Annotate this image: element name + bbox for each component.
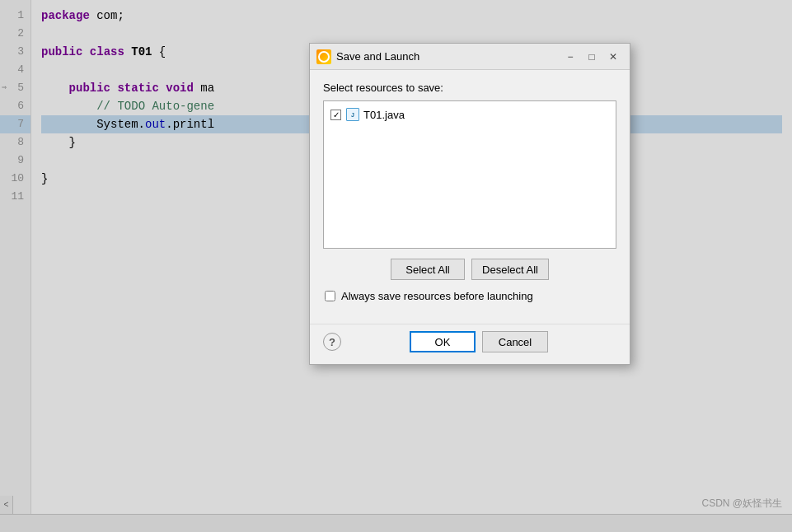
dialog-title: Save and Launch xyxy=(336,50,559,63)
minimize-button[interactable]: − xyxy=(560,49,580,65)
close-button[interactable]: ✕ xyxy=(603,49,623,65)
save-launch-dialog: Save and Launch − □ ✕ Select resources t… xyxy=(309,43,630,365)
select-buttons-row: Select All Deselect All xyxy=(323,259,616,280)
footer-actions: OK Cancel xyxy=(341,331,616,352)
always-save-row: Always save resources before launching xyxy=(323,290,616,302)
select-resources-label: Select resources to save: xyxy=(323,82,616,94)
always-save-label: Always save resources before launching xyxy=(341,290,533,302)
ok-button[interactable]: OK xyxy=(410,331,476,352)
dialog-body: Select resources to save: J T01.java Sel… xyxy=(310,70,630,324)
cancel-button[interactable]: Cancel xyxy=(482,331,548,352)
resource-item-t01[interactable]: J T01.java xyxy=(327,105,612,124)
select-all-button[interactable]: Select All xyxy=(391,259,465,280)
dialog-titlebar: Save and Launch − □ ✕ xyxy=(310,44,630,70)
java-file-icon: J xyxy=(346,108,359,121)
always-save-checkbox[interactable] xyxy=(325,291,335,301)
resource-checkbox-t01[interactable] xyxy=(330,110,341,120)
dialog-footer: ? OK Cancel xyxy=(310,324,630,364)
deselect-all-button[interactable]: Deselect All xyxy=(471,259,549,280)
resources-list[interactable]: J T01.java xyxy=(323,100,616,249)
maximize-button[interactable]: □ xyxy=(582,49,602,65)
help-button[interactable]: ? xyxy=(323,333,341,351)
dialog-app-icon xyxy=(316,49,331,64)
resource-name-t01: T01.java xyxy=(363,109,405,121)
